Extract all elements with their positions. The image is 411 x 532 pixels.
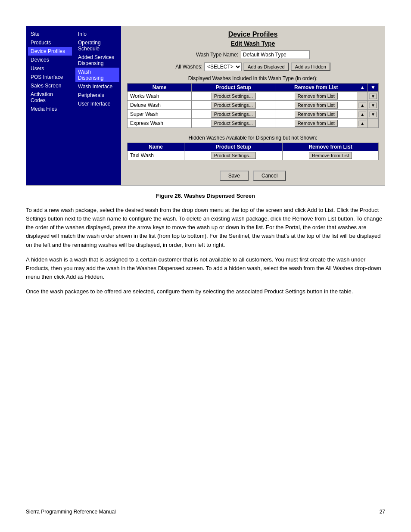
save-button[interactable]: Save (220, 171, 249, 181)
displayed-section-label: Displayed Washes Included in this Wash T… (127, 75, 379, 81)
sidebar-item-activation-codes[interactable]: Activation Codes (28, 90, 72, 105)
sidebar-item-pos-interface[interactable]: POS Interface (28, 73, 72, 81)
sidebar-item-wash-interface[interactable]: Wash Interface (75, 82, 119, 91)
remove-deluxe: Remove from List (275, 101, 357, 110)
col-header-remove: Remove from List (275, 84, 357, 92)
product-settings-works: Product Settings... (192, 92, 275, 101)
sidebar-item-users[interactable]: Users (28, 64, 72, 73)
col-header-down: ▼ (368, 84, 379, 92)
up-arrow-express[interactable]: ▲ (358, 121, 366, 126)
table-row: Works Wash Product Settings... Remove fr… (128, 92, 379, 101)
hidden-section-label: Hidden Washes Available for Dispensing b… (127, 135, 379, 141)
sidebar-item-device-profiles[interactable]: Device Profiles (28, 47, 72, 56)
down-arrow-works[interactable]: ▼ (369, 93, 377, 99)
remove-super: Remove from List (275, 110, 357, 119)
sidebar-item-wash-dispensing[interactable]: Wash Dispensing (75, 68, 119, 82)
up-works (357, 92, 368, 101)
sidebar-item-info[interactable]: Info (75, 30, 119, 38)
sidebar-item-sales-screen[interactable]: Sales Screen (28, 81, 72, 90)
down-express (368, 119, 379, 128)
table-row: Super Wash Product Settings... Remove fr… (128, 110, 379, 119)
sidebar-item-site[interactable]: Site (28, 30, 72, 38)
hidden-washes-table: Name Product Setup Remove from List Taxi… (127, 143, 379, 160)
remove-btn-super[interactable]: Remove from List (295, 111, 338, 118)
down-arrow-deluxe[interactable]: ▼ (369, 103, 377, 108)
sidebar-item-devices[interactable]: Devices (28, 56, 72, 64)
section-title: Edit Wash Type (127, 40, 379, 47)
wash-type-label: Wash Type Name: (196, 52, 238, 58)
col-header-product-setup: Product Setup (192, 84, 275, 92)
table-row: Taxi Wash Product Settings... Remove fro… (128, 151, 379, 160)
wash-type-row: Wash Type Name: (127, 50, 379, 59)
up-super: ▲ (357, 110, 368, 119)
body-paragraph-2: A hidden wash is a wash that is assigned… (26, 255, 385, 281)
hidden-col-header-remove: Remove from List (283, 143, 379, 151)
product-settings-btn-works[interactable]: Product Settings... (211, 93, 256, 100)
up-arrow-deluxe[interactable]: ▲ (358, 103, 366, 108)
product-settings-btn-deluxe[interactable]: Product Settings... (211, 102, 256, 109)
sidebar-item-user-interface[interactable]: User Interface (75, 100, 119, 108)
down-works: ▼ (368, 92, 379, 101)
remove-express: Remove from List (275, 119, 357, 128)
product-settings-super: Product Settings... (192, 110, 275, 119)
all-washes-select[interactable]: <SELECT> (204, 62, 242, 71)
wash-name-deluxe: Deluxe Wash (128, 101, 192, 110)
product-settings-btn-taxi[interactable]: Product Settings... (211, 152, 256, 159)
screenshot-container: Site Products Device Profiles Devices Us… (26, 26, 385, 186)
down-deluxe: ▼ (368, 101, 379, 110)
all-washes-label: All Washes: (175, 64, 202, 70)
remove-btn-express[interactable]: Remove from List (295, 120, 338, 127)
sidebar-col1: Site Products Device Profiles Devices Us… (26, 26, 74, 185)
product-settings-deluxe: Product Settings... (192, 101, 275, 110)
down-super: ▼ (368, 110, 379, 119)
wash-type-input[interactable] (241, 50, 310, 59)
down-arrow-super[interactable]: ▼ (369, 112, 377, 117)
sidebar-item-peripherals[interactable]: Peripherals (75, 91, 119, 100)
displayed-washes-table: Name Product Setup Remove from List ▲ ▼ … (127, 83, 379, 128)
remove-btn-deluxe[interactable]: Remove from List (295, 102, 338, 109)
wash-name-works: Works Wash (128, 92, 192, 101)
sidebar-col2: Info Operating Schedule Added Services D… (74, 26, 121, 185)
sidebar-item-added-services[interactable]: Added Services Dispensing (75, 53, 119, 68)
up-express: ▲ (357, 119, 368, 128)
page-footer: Sierra Programming Reference Manual 27 (0, 506, 411, 515)
save-cancel-row: Save Cancel (127, 171, 379, 181)
sidebar: Site Products Device Profiles Devices Us… (26, 26, 121, 185)
page-title: Device Profiles (127, 31, 379, 38)
product-settings-express: Product Settings... (192, 119, 275, 128)
hidden-col-header-product-setup: Product Setup (184, 143, 283, 151)
up-arrow-super[interactable]: ▲ (358, 112, 366, 117)
remove-taxi: Remove from List (283, 151, 379, 160)
remove-btn-works[interactable]: Remove from List (295, 93, 338, 100)
product-settings-btn-super[interactable]: Product Settings... (211, 111, 256, 118)
wash-name-taxi: Taxi Wash (128, 151, 184, 160)
product-settings-taxi: Product Settings... (184, 151, 283, 160)
wash-name-super: Super Wash (128, 110, 192, 119)
figure-caption: Figure 26. Washes Dispensed Screen (26, 193, 385, 199)
footer-left: Sierra Programming Reference Manual (26, 509, 116, 515)
main-content: Device Profiles Edit Wash Type Wash Type… (121, 26, 385, 185)
remove-works: Remove from List (275, 92, 357, 101)
add-as-hidden-button[interactable]: Add as Hidden (291, 62, 330, 71)
wash-name-express: Express Wash (128, 119, 192, 128)
all-washes-row: All Washes: <SELECT> Add as Displayed Ad… (127, 62, 379, 71)
body-paragraph-3: Once the wash packages to be offered are… (26, 287, 385, 296)
table-row: Express Wash Product Settings... Remove … (128, 119, 379, 128)
sidebar-item-media-files[interactable]: Media Files (28, 105, 72, 113)
col-header-name: Name (128, 84, 192, 92)
remove-btn-taxi[interactable]: Remove from List (309, 152, 352, 159)
body-paragraph-1: To add a new wash package, select the de… (26, 206, 385, 249)
hidden-col-header-name: Name (128, 143, 184, 151)
table-row: Deluxe Wash Product Settings... Remove f… (128, 101, 379, 110)
sidebar-item-operating-schedule[interactable]: Operating Schedule (75, 38, 119, 53)
footer-right: 27 (380, 509, 385, 515)
up-deluxe: ▲ (357, 101, 368, 110)
product-settings-btn-express[interactable]: Product Settings... (211, 120, 256, 127)
cancel-button[interactable]: Cancel (253, 171, 286, 181)
sidebar-item-products[interactable]: Products (28, 38, 72, 47)
col-header-up: ▲ (357, 84, 368, 92)
add-as-displayed-button[interactable]: Add as Displayed (243, 62, 289, 71)
